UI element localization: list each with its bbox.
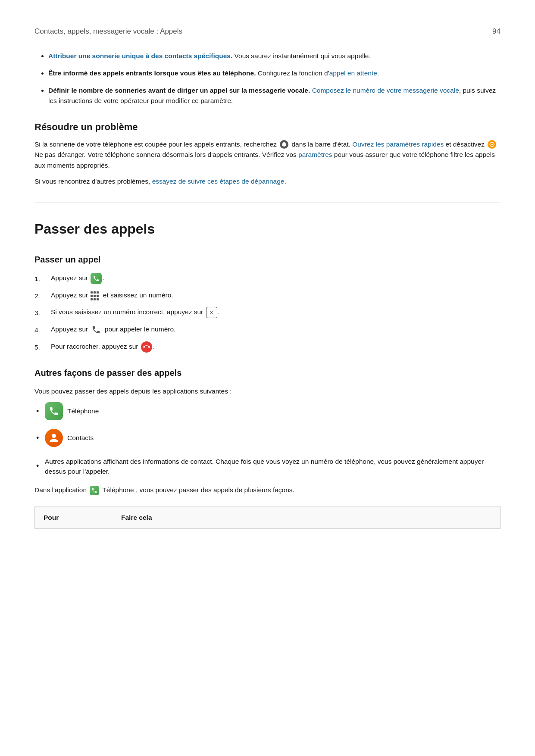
messagerie-link[interactable]: Composez le numéro de votre messagerie v… [312,87,459,94]
apps-list: Téléphone Contacts Autres applications a… [34,402,501,477]
ring-text: Vous saurez instantanément qui vous appe… [235,52,371,59]
passer-appel-title: Passer un appel [34,253,501,266]
step-num: 3. [34,307,47,318]
footer-text: Dans l'application Téléphone , vous pouv… [34,485,501,496]
phone-app-icon [45,402,63,420]
call-waiting-text: Configurez la fonction d'appel en attent… [258,69,379,77]
footer-suffix: , vous pouvez passer des appels de plusi… [136,486,294,494]
mute-icon [280,140,288,149]
section-divider [34,203,501,203]
step-text: Appuyez sur . [51,273,105,284]
steps-list: 1. Appuyez sur . 2. Appuyez sur [34,273,501,353]
phone-app-icon [91,273,102,284]
other-apps-item: Autres applications affichant des inform… [34,456,501,477]
grid-icon [91,291,100,300]
params-link[interactable]: paramètres [298,151,332,158]
step-num: 2. [34,290,47,301]
intro-bullet-list: Attribuer une sonnerie unique à des cont… [34,51,501,106]
step-5: 5. Pour raccrocher, appuyez sur . [34,341,501,353]
step-3: 3. Si vous saisissez un numéro incorrect… [34,307,501,318]
step-1: 1. Appuyez sur . [34,273,501,284]
resolve-title: Résoudre un problème [34,120,501,134]
step-text: Pour raccrocher, appuyez sur . [51,341,155,353]
step-text: Si vous saisissez un numéro incorrect, a… [51,307,220,318]
methods-table: Pour Faire cela [34,506,501,529]
col2-header: Faire cela [121,512,491,522]
ring-link[interactable]: Attribuer une sonnerie unique à des cont… [48,52,232,59]
list-item: Attribuer une sonnerie unique à des cont… [48,51,501,61]
resolve-section: Résoudre un problème Si la sonnerie de v… [34,120,501,187]
resolve-body1: Si la sonnerie de votre téléphone est co… [34,139,501,171]
phone-app-label: Téléphone [67,406,99,416]
end-call-icon [141,341,152,353]
step-4: 4. Appuyez sur pour appeler le numéro. [34,324,501,335]
contacts-app-icon [45,429,63,447]
autres-facons-intro: Vous pouvez passer des appels depuis les… [34,386,501,397]
page-header: Contacts, appels, messagerie vocale : Ap… [34,26,501,37]
other-apps-text: Autres applications affichant des inform… [45,456,501,477]
call-waiting-bold: Être informé des appels entrants lorsque… [48,69,256,77]
autres-facons-section: Autres façons de passer des appels Vous … [34,366,501,496]
quick-settings-link[interactable]: Ouvrez les paramètres rapides [352,141,444,148]
footer-prefix: Dans l'application [34,486,87,494]
resolve-body2: Si vous rencontrez d'autres problèmes, e… [34,176,501,187]
table-header: Pour Faire cela [35,506,500,529]
delete-icon: ✕ [206,307,217,318]
appel-attente-link[interactable]: appel en attente [329,69,377,77]
step-num: 4. [34,324,47,335]
col1-header: Pour [44,512,121,522]
step-num: 1. [34,273,47,284]
depannage-link[interactable]: essayez de suivre ces étapes de dépannag… [152,178,285,185]
dnd-icon [488,140,496,149]
list-item: Être informé des appels entrants lorsque… [48,68,501,78]
inline-phone-icon [90,486,99,495]
step-num: 5. [34,341,47,352]
app-phone-item: Téléphone [34,402,501,420]
footer-app-name: Téléphone [102,486,134,494]
passer-appel-section: Passer un appel 1. Appuyez sur . 2. Appu… [34,253,501,353]
autres-facons-title: Autres façons de passer des appels [34,366,501,379]
page-number: 94 [492,26,501,37]
step-text: Appuyez sur et saisissez un numéro. [51,290,173,300]
app-contacts-item: Contacts [34,429,501,447]
step-2: 2. Appuyez sur et saisissez un numéro. [34,290,501,301]
contacts-app-label: Contacts [67,433,94,443]
page-title: Contacts, appels, messagerie vocale : Ap… [34,26,182,37]
step-text: Appuyez sur pour appeler le numéro. [51,324,175,335]
call-icon [91,324,102,335]
chapter-title: Passer des appels [34,219,501,239]
list-item: Définir le nombre de sonneries avant de … [48,85,501,106]
sonneries-bold: Définir le nombre de sonneries avant de … [48,87,310,94]
